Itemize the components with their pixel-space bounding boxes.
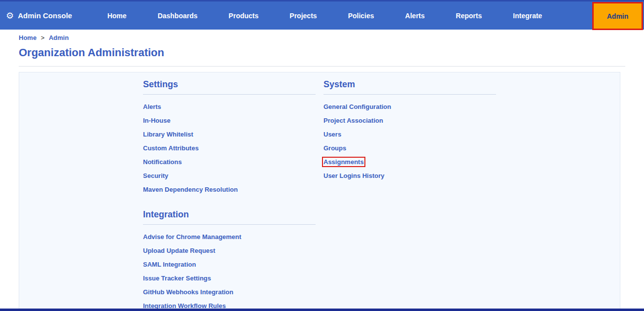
settings-link[interactable]: Library Whitelist (143, 131, 193, 138)
breadcrumb: Home > Admin (0, 30, 644, 42)
settings-link[interactable]: Maven Dependency Resolution (143, 186, 238, 193)
settings-link[interactable]: In-House (143, 117, 171, 124)
section-title-settings: Settings (143, 79, 316, 95)
section-system: System General ConfigurationProject Asso… (323, 79, 496, 182)
section-title-integration: Integration (143, 209, 316, 225)
settings-link[interactable]: Alerts (143, 103, 161, 110)
page-title: Organization Administration (19, 46, 644, 59)
system-link[interactable]: Groups (323, 144, 346, 152)
nav-item[interactable]: Dashboards (158, 12, 198, 20)
breadcrumb-separator: > (41, 34, 45, 41)
system-link[interactable]: Project Association (323, 117, 383, 124)
nav-item[interactable]: Projects (289, 12, 317, 20)
nav-item[interactable]: Products (229, 12, 259, 20)
system-links: General ConfigurationProject Association… (323, 100, 496, 182)
nav-item[interactable]: Home (107, 12, 127, 20)
nav-item[interactable]: Alerts (405, 12, 425, 20)
integration-link[interactable]: Advise for Chrome Management (143, 233, 241, 241)
section-settings: Settings AlertsIn-HouseLibrary Whitelist… (143, 79, 316, 196)
section-integration: Integration Advise for Chrome Management… (143, 209, 316, 311)
integration-links: Advise for Chrome ManagementUpload Updat… (143, 230, 316, 311)
brand[interactable]: ⚙ Admin Console (6, 11, 72, 20)
system-link[interactable]: Assignments (323, 158, 364, 166)
panel-columns: Settings AlertsIn-HouseLibrary Whitelist… (143, 72, 496, 311)
nav-menu: HomeDashboardsProductsProjectsPoliciesAl… (92, 12, 558, 20)
nav-item[interactable]: Integrate (513, 12, 542, 20)
settings-link[interactable]: Custom Attributes (143, 144, 199, 152)
top-nav: ⚙ Admin Console HomeDashboardsProductsPr… (0, 0, 644, 30)
admin-panel: Settings AlertsIn-HouseLibrary Whitelist… (19, 72, 620, 310)
integration-link[interactable]: GitHub Webhooks Integration (143, 288, 233, 296)
admin-button[interactable]: Admin (594, 3, 642, 29)
title-divider (19, 66, 625, 67)
annotation-box-admin: Admin (592, 2, 643, 30)
integration-link[interactable]: SAML Integration (143, 261, 196, 268)
breadcrumb-current-link[interactable]: Admin (49, 34, 69, 41)
integration-link[interactable]: Issue Tracker Settings (143, 275, 211, 282)
settings-link[interactable]: Notifications (143, 158, 182, 166)
system-link[interactable]: Users (323, 131, 341, 138)
gear-icon: ⚙ (6, 11, 14, 20)
right-column: System General ConfigurationProject Asso… (323, 79, 496, 311)
integration-link[interactable]: Upload Update Request (143, 247, 215, 254)
system-link[interactable]: User Logins History (323, 172, 385, 179)
settings-links: AlertsIn-HouseLibrary WhitelistCustom At… (143, 100, 316, 196)
section-title-system: System (323, 79, 496, 95)
breadcrumb-home-link[interactable]: Home (19, 34, 36, 41)
system-link[interactable]: General Configuration (323, 103, 391, 110)
nav-item[interactable]: Policies (348, 12, 374, 20)
brand-label: Admin Console (18, 11, 72, 20)
left-column: Settings AlertsIn-HouseLibrary Whitelist… (143, 79, 316, 311)
bottom-strip (0, 309, 644, 311)
settings-link[interactable]: Security (143, 172, 168, 179)
nav-item[interactable]: Reports (456, 12, 482, 20)
